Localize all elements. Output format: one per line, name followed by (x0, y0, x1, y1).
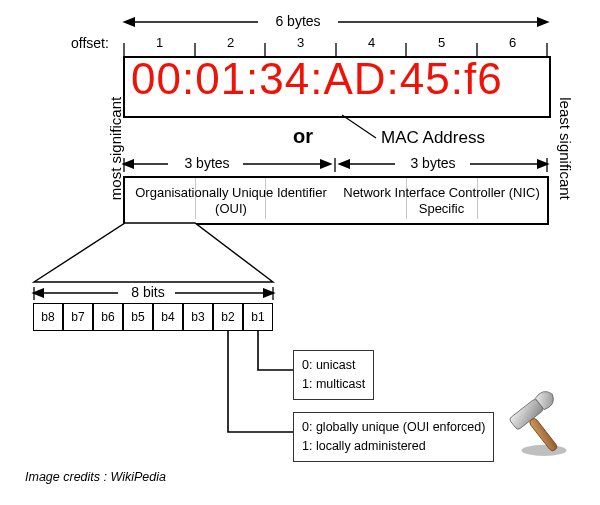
b1-zero: 0: unicast (302, 356, 365, 375)
b2-zero: 0: globally unique (OUI enforced) (302, 418, 485, 437)
hammer-icon (500, 380, 580, 460)
b1-meaning-box: 0: unicast 1: multicast (293, 350, 374, 400)
image-credits: Image credits : WikiPedia (25, 470, 166, 484)
b2-one: 1: locally administered (302, 437, 485, 456)
svg-point-21 (522, 445, 567, 456)
b1-one: 1: multicast (302, 375, 365, 394)
b2-meaning-box: 0: globally unique (OUI enforced) 1: loc… (293, 412, 494, 462)
